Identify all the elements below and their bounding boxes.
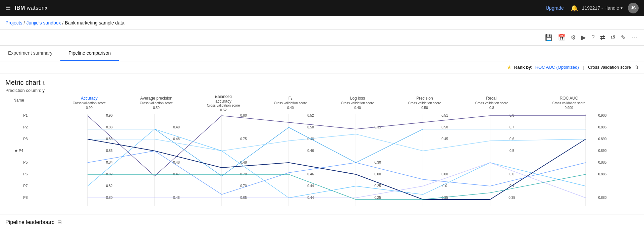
svg-text:0.895: 0.895 (598, 125, 606, 129)
svg-text:0.900: 0.900 (565, 106, 573, 110)
svg-text:P2: P2 (23, 125, 28, 129)
svg-text:0.40: 0.40 (173, 125, 180, 129)
ibm-logo: IBM watsonx (15, 5, 48, 11)
breadcrumb: Projects / Junjie's sandbox / Bank marke… (0, 16, 644, 30)
svg-text:0.50: 0.50 (421, 106, 428, 110)
svg-text:Cross validation score: Cross validation score (408, 101, 441, 105)
compare-icon[interactable]: ⇄ (599, 33, 606, 43)
pipeline-leaderboard-section: Pipeline leaderboard ⊟ (0, 215, 644, 228)
svg-text:0.40: 0.40 (287, 106, 294, 110)
svg-text:0.885: 0.885 (598, 172, 606, 176)
rank-star-icon: ★ (507, 64, 512, 70)
svg-text:Log loss: Log loss (350, 96, 365, 101)
svg-text:P8: P8 (23, 195, 28, 199)
rank-separator: | (583, 65, 584, 70)
svg-text:Cross validation score: Cross validation score (73, 101, 106, 105)
hamburger-icon[interactable]: ☰ (5, 4, 11, 12)
svg-text:0.52: 0.52 (307, 114, 314, 117)
edit-icon[interactable]: ✎ (620, 33, 627, 43)
svg-text:Cross validation score: Cross validation score (552, 101, 586, 105)
chevron-down-icon[interactable]: ▾ (621, 6, 623, 10)
svg-text:0.50: 0.50 (307, 125, 314, 129)
watsonx-label: watsonx (27, 5, 48, 11)
svg-text:P1: P1 (23, 113, 28, 117)
toolbar: 💾 📅 ⚙ ▶ ? ⇄ ↺ ✎ ⋯ (0, 30, 644, 46)
rank-bar: ★ Rank by: ROC AUC (Optimized) | Cross v… (0, 61, 644, 73)
svg-text:0.25: 0.25 (374, 196, 381, 199)
svg-text:0.52: 0.52 (220, 108, 227, 112)
svg-text:0.890: 0.890 (598, 137, 606, 141)
svg-text:0.45: 0.45 (441, 137, 448, 141)
play-icon[interactable]: ▶ (580, 33, 587, 43)
svg-text:0.885: 0.885 (598, 161, 606, 164)
chart-container: Name Accuracy Cross validation score 0.9… (5, 96, 639, 211)
tab-experiment-summary[interactable]: Experiment summary (0, 46, 60, 61)
tab-pipeline-comparison[interactable]: Pipeline comparison (60, 46, 119, 61)
svg-text:0.48: 0.48 (240, 161, 247, 164)
svg-text:Cross validation score: Cross validation score (140, 101, 173, 105)
rank-value: ROC AUC (Optimized) (535, 65, 579, 70)
svg-text:0.00: 0.00 (441, 172, 448, 176)
svg-text:0.88: 0.88 (106, 125, 113, 129)
pipeline-leaderboard-title: Pipeline leaderboard (5, 219, 55, 225)
svg-text:0.880: 0.880 (598, 196, 606, 199)
svg-text:0.40: 0.40 (354, 106, 361, 110)
chart-title: Metric chart ℹ (5, 79, 639, 87)
user-handle: 1192217 - Handle ▾ (582, 5, 623, 11)
top-nav: ☰ IBM watsonx Upgrade 🔔 1192217 - Handle… (0, 0, 644, 16)
help-icon[interactable]: ? (590, 33, 596, 42)
svg-text:P7: P7 (23, 184, 28, 188)
notification-icon[interactable]: 🔔 (569, 3, 579, 13)
user-avatar[interactable]: JS (628, 3, 639, 13)
svg-text:0.900: 0.900 (598, 114, 606, 117)
svg-text:0.5: 0.5 (509, 149, 514, 153)
col-name: Name (13, 98, 24, 103)
info-icon[interactable]: ℹ (43, 80, 45, 86)
prediction-column: y (43, 88, 45, 93)
svg-text:Cross validation score: Cross validation score (475, 101, 508, 105)
svg-text:0.44: 0.44 (307, 184, 314, 188)
svg-text:P3: P3 (23, 137, 28, 141)
svg-text:0.80: 0.80 (240, 114, 247, 117)
settings-icon[interactable]: ⚙ (569, 33, 577, 43)
svg-text:0.86: 0.86 (106, 149, 113, 153)
rank-filter-icon[interactable]: ⇅ (635, 65, 639, 70)
svg-text:0.00: 0.00 (374, 172, 381, 176)
svg-text:0.890: 0.890 (598, 149, 606, 153)
svg-text:accuracy: accuracy (215, 99, 231, 104)
svg-text:0.35: 0.35 (508, 196, 515, 199)
pipeline-line-blue2 (88, 134, 586, 151)
svg-text:0.90: 0.90 (106, 114, 113, 117)
svg-text:0.25: 0.25 (374, 184, 381, 188)
svg-text:F₁: F₁ (288, 96, 292, 101)
svg-text:Cross validation score: Cross validation score (341, 101, 374, 105)
calendar-icon[interactable]: 📅 (556, 33, 567, 43)
rank-metric: Cross validation score (588, 65, 631, 70)
svg-text:Precision: Precision (416, 96, 433, 101)
svg-text:0.50: 0.50 (441, 125, 448, 129)
rank-label: Rank by: (514, 65, 533, 70)
history-icon[interactable]: ↺ (609, 33, 617, 43)
svg-text:Cross validation score: Cross validation score (274, 101, 307, 105)
overflow-icon[interactable]: ⋯ (630, 33, 639, 43)
breadcrumb-sandbox[interactable]: Junjie's sandbox (26, 20, 61, 25)
svg-text:0.30: 0.30 (374, 161, 381, 164)
svg-text:Cross validation score: Cross validation score (207, 104, 240, 107)
save-icon[interactable]: 💾 (544, 33, 554, 43)
breadcrumb-projects[interactable]: Projects (5, 20, 22, 25)
svg-text:Balanced: Balanced (215, 96, 232, 99)
filter-icon[interactable]: ⊟ (57, 219, 62, 225)
tabs: Experiment summary Pipeline comparison (0, 46, 644, 61)
svg-text:0.8: 0.8 (489, 106, 494, 110)
chart-section: Metric chart ℹ Prediction column: y Name… (0, 73, 644, 213)
upgrade-button[interactable]: Upgrade (546, 5, 564, 11)
metric-chart-svg: Name Accuracy Cross validation score 0.9… (5, 96, 636, 210)
svg-text:0.46: 0.46 (307, 172, 314, 176)
svg-text:0.48: 0.48 (173, 137, 180, 141)
svg-text:Recall: Recall (486, 96, 497, 101)
svg-text:0.7: 0.7 (509, 125, 514, 129)
breadcrumb-current: Bank marketing sample data (65, 20, 124, 25)
svg-text:0.82: 0.82 (106, 184, 113, 188)
svg-text:Average precision: Average precision (140, 96, 172, 101)
svg-text:0.50: 0.50 (153, 106, 160, 110)
